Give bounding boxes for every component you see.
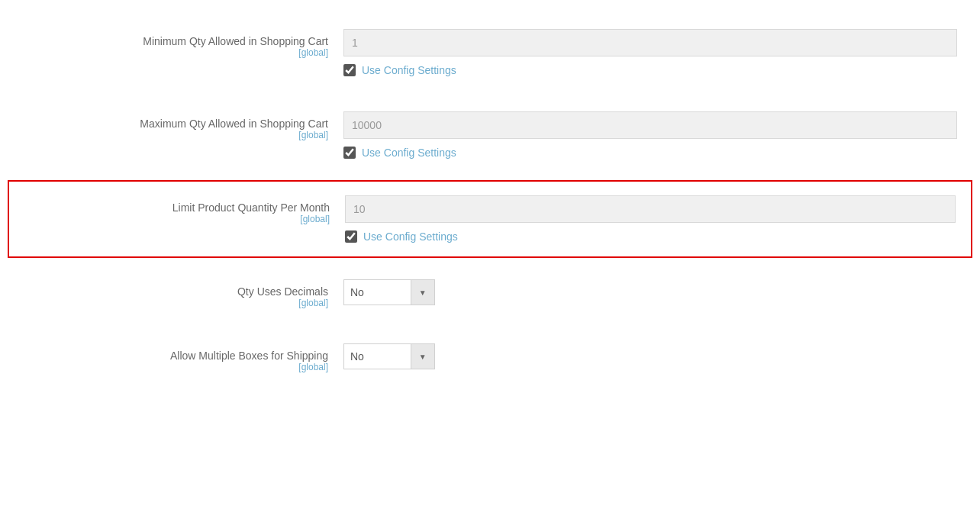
multiple-boxes-select-arrow[interactable]	[411, 343, 435, 369]
limit-qty-month-input[interactable]	[345, 195, 956, 223]
min-qty-row: Minimum Qty Allowed in Shopping Cart [gl…	[0, 15, 980, 90]
min-qty-checkbox-row: Use Config Settings	[343, 64, 957, 76]
max-qty-checkbox-label: Use Config Settings	[362, 147, 456, 159]
qty-decimals-select-wrapper: No Yes	[343, 279, 435, 305]
max-qty-checkbox-row: Use Config Settings	[343, 147, 957, 159]
limit-qty-month-scope: [global]	[24, 214, 330, 224]
max-qty-scope: [global]	[23, 130, 328, 140]
multiple-boxes-scope: [global]	[23, 362, 328, 372]
max-qty-checkbox[interactable]	[343, 147, 356, 159]
min-qty-scope: [global]	[23, 47, 328, 58]
qty-decimals-scope: [global]	[23, 298, 328, 308]
max-qty-input[interactable]	[343, 111, 957, 139]
max-qty-row: Maximum Qty Allowed in Shopping Cart [gl…	[0, 98, 980, 172]
min-qty-label-col: Minimum Qty Allowed in Shopping Cart [gl…	[23, 29, 343, 58]
multiple-boxes-select[interactable]: No Yes	[343, 343, 411, 369]
min-qty-input[interactable]	[343, 29, 957, 56]
limit-qty-month-checkbox-label: Use Config Settings	[363, 230, 458, 243]
min-qty-label: Minimum Qty Allowed in Shopping Cart	[23, 35, 328, 47]
qty-decimals-field-col: No Yes	[343, 279, 957, 305]
limit-qty-month-row: Limit Product Quantity Per Month [global…	[8, 180, 972, 258]
limit-qty-month-label: Limit Product Quantity Per Month	[24, 201, 330, 214]
max-qty-label-col: Maximum Qty Allowed in Shopping Cart [gl…	[23, 111, 343, 140]
limit-qty-month-checkbox-row: Use Config Settings	[345, 230, 956, 243]
multiple-boxes-select-wrapper: No Yes	[343, 343, 435, 369]
min-qty-field-col: Use Config Settings	[343, 29, 957, 76]
qty-decimals-select[interactable]: No Yes	[343, 279, 411, 305]
max-qty-label: Maximum Qty Allowed in Shopping Cart	[23, 118, 328, 130]
limit-qty-month-checkbox[interactable]	[345, 230, 357, 243]
qty-decimals-label-col: Qty Uses Decimals [global]	[23, 279, 343, 308]
min-qty-checkbox-label: Use Config Settings	[362, 64, 456, 76]
page-container: Minimum Qty Allowed in Shopping Cart [gl…	[0, 0, 980, 506]
multiple-boxes-row: Allow Multiple Boxes for Shipping [globa…	[0, 330, 980, 386]
multiple-boxes-label-col: Allow Multiple Boxes for Shipping [globa…	[23, 343, 343, 372]
qty-decimals-row: Qty Uses Decimals [global] No Yes	[0, 266, 980, 322]
max-qty-field-col: Use Config Settings	[343, 111, 957, 159]
min-qty-checkbox[interactable]	[343, 64, 356, 76]
multiple-boxes-field-col: No Yes	[343, 343, 957, 369]
multiple-boxes-label: Allow Multiple Boxes for Shipping	[23, 350, 328, 362]
qty-decimals-label: Qty Uses Decimals	[23, 285, 328, 298]
qty-decimals-select-arrow[interactable]	[411, 279, 435, 305]
limit-qty-month-label-col: Limit Product Quantity Per Month [global…	[24, 195, 345, 224]
limit-qty-month-field-col: Use Config Settings	[345, 195, 956, 243]
